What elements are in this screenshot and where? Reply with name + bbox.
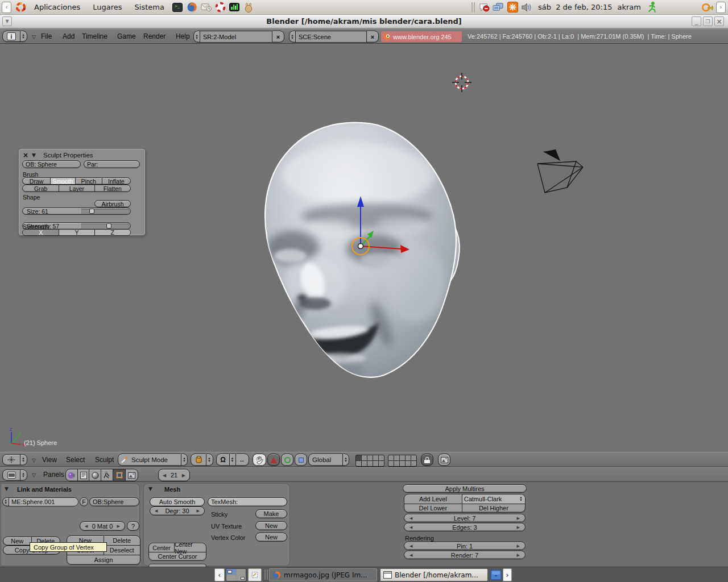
terminal-icon[interactable]: >_ [172,1,184,13]
axis-z-arrow[interactable] [357,196,364,207]
workspace-4[interactable] [237,575,246,581]
del-higher-button[interactable]: Del Higher [462,504,525,512]
airbrush-button[interactable]: Airbrush [94,200,131,207]
vgroup-new-button[interactable]: New [3,537,32,545]
center-new-button[interactable]: Center New [175,543,206,552]
menu-sistema[interactable]: Sistema [129,3,171,11]
file-manager-icon[interactable] [490,569,502,582]
remote-desktop-icon[interactable] [493,1,504,13]
render-next-arrow[interactable]: ▶ [515,553,522,558]
brush-flatten-button[interactable]: Flatten [95,185,130,192]
scene-icon[interactable] [126,469,138,481]
lock-button[interactable] [421,454,433,466]
menu-aplicaciones[interactable]: Aplicaciones [28,3,86,11]
task-blender[interactable]: Blender [/home/akram... [380,568,488,581]
del-lower-button[interactable]: Del Lower [404,504,462,512]
volume-icon[interactable] [521,1,533,13]
level-next-arrow[interactable]: ▶ [515,516,522,521]
brush-draw-button[interactable]: Draw [23,178,51,184]
window-menu-button[interactable]: ▼ [2,16,12,26]
level-field[interactable]: ◀ Level: 7 ▶ [404,514,526,522]
close-button[interactable]: × [714,16,724,26]
vcol-new-button[interactable]: New [255,533,287,542]
object-icon[interactable] [101,469,113,481]
layer-grid-1[interactable] [355,455,384,467]
workspace-switcher[interactable] [226,568,246,581]
viewport-type-button[interactable]: ▲▼ [2,454,27,465]
task-mrmagoo[interactable]: mrmagoo.jpg (JPEG Im... [269,568,377,581]
menu-render[interactable]: Render [141,32,168,40]
strength-slider-knob[interactable] [106,223,111,228]
taskbar-grip[interactable] [264,569,269,580]
auto-smooth-button[interactable]: Auto Smooth [150,497,205,506]
render-field[interactable]: ◀ Render: 7 ▶ [404,551,526,559]
camera-object[interactable] [532,145,589,202]
face-select-button[interactable] [267,454,280,466]
axis-y-arrow[interactable] [367,231,374,238]
buttons-header-collapse-icon[interactable]: ▽ [32,472,36,478]
workspace-1[interactable] [226,569,236,575]
menu-file[interactable]: File [39,32,54,40]
cursor-3d[interactable] [452,72,472,93]
minimize-button[interactable]: _ [692,16,701,26]
fake-user-button[interactable]: F [80,497,88,506]
evolution-icon[interactable] [200,1,212,13]
panel-collapse-icon[interactable]: ▼ [32,152,36,158]
header-collapse-icon[interactable]: ▽ [32,34,36,40]
menu-timeline[interactable]: Timeline [80,32,110,40]
mode-select-dropdown[interactable]: Sculpt Mode ▲▼ [118,454,188,466]
proportional-edit-button[interactable] [281,454,293,466]
apply-multires-button[interactable]: Apply Multires [403,484,527,493]
menu-view[interactable]: View [40,456,59,464]
draw-type-dropdown[interactable]: ▲▼ [191,454,213,466]
system-monitor-icon[interactable] [229,1,241,13]
panel-hide-button[interactable]: ‹ [2,2,11,13]
sticky-make-button[interactable]: Make [255,509,287,518]
layer-grid-2[interactable] [388,455,417,467]
mat-next-arrow[interactable]: ▶ [115,524,122,529]
ubuntu-logo-icon[interactable] [15,1,27,13]
help-lifebuoy-icon[interactable] [214,1,226,13]
texmesh-field[interactable]: TexMesh: [208,497,287,506]
menu-sculpt[interactable]: Sculpt [93,456,116,464]
menu-help[interactable]: Help [173,32,192,40]
mat-prev-arrow[interactable]: ◀ [82,524,90,529]
level-prev-arrow[interactable]: ◀ [407,516,415,521]
mat-deselect-button[interactable]: Deselect [104,546,140,555]
update-alert-icon[interactable] [507,1,519,13]
panel-clock[interactable]: sáb 2 de feb, 20:15 [534,3,617,11]
edges-next-arrow[interactable]: ▶ [515,525,522,530]
tomboy-icon[interactable] [243,1,255,13]
degr-field[interactable]: ◀ Degr: 30 ▶ [150,506,205,516]
pin-next-arrow[interactable]: ▶ [515,544,522,548]
brush-inflate-button[interactable]: Inflate [102,178,130,184]
screenshot-applet[interactable] [248,568,262,581]
size-slider[interactable]: Size: 61 [22,207,131,215]
render-preview-button[interactable] [438,454,450,466]
transform-manipulator[interactable] [318,193,415,259]
workspace-2[interactable] [237,569,246,575]
mesh-collapse-icon[interactable]: ▼ [148,486,152,492]
viewport-header-collapse-icon[interactable]: ▽ [32,458,36,463]
script-icon[interactable] [78,469,90,481]
firefox-icon[interactable] [186,1,198,13]
menu-add[interactable]: Add [60,32,77,40]
axis-x-arrow[interactable] [400,245,410,253]
taskbar-left-arrow[interactable]: ‹ [214,568,225,581]
logout-icon[interactable] [701,1,713,13]
mesh-datablock-field[interactable]: ▲▼ ME:Sphere.001 [2,497,78,506]
panel-close-icon[interactable]: × [23,151,28,159]
shading-icon[interactable] [89,469,101,481]
grab-hand-button[interactable] [253,454,266,466]
uv-new-button[interactable]: New [255,521,287,530]
window-titlebar[interactable]: ▼ Blender [/home/akram/mis blender/cara.… [0,15,728,28]
scene-selector[interactable]: ▲▼ SCE:Scene × [289,31,379,43]
subdiv-type-dropdown[interactable]: Catmull-Clark ▲▼ [462,494,525,504]
ob-name-field[interactable]: OB: Sphere [22,160,81,168]
orientation-dropdown[interactable]: Global ▲▼ [308,454,349,466]
screen-close-x[interactable]: × [272,31,284,42]
pin-prev-arrow[interactable]: ◀ [407,544,415,548]
chat-unavailable-icon[interactable] [478,1,490,13]
rotation-pivot-group[interactable]: Ω ▲▼ ↔ [216,454,249,466]
material-help-button[interactable]: ? [127,521,139,531]
